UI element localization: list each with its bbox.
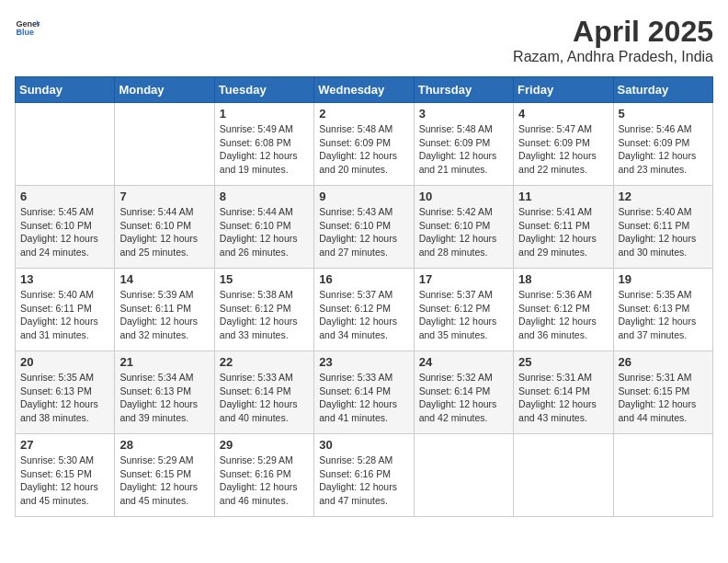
calendar-day-cell: 4Sunrise: 5:47 AMSunset: 6:09 PMDaylight… (514, 103, 613, 186)
day-number: 26 (619, 355, 708, 369)
day-info: Sunrise: 5:45 AMSunset: 6:10 PMDaylight:… (20, 205, 109, 259)
calendar-table: Sunday Monday Tuesday Wednesday Thursday… (15, 76, 713, 517)
calendar-day-cell: 3Sunrise: 5:48 AMSunset: 6:09 PMDaylight… (414, 103, 513, 186)
day-number: 29 (220, 438, 309, 452)
calendar-day-cell (514, 434, 613, 517)
day-number: 24 (419, 355, 508, 369)
day-number: 20 (20, 355, 109, 369)
calendar-day-cell: 17Sunrise: 5:37 AMSunset: 6:12 PMDayligh… (414, 269, 513, 351)
calendar-week-row: 1Sunrise: 5:49 AMSunset: 6:08 PMDaylight… (16, 103, 713, 186)
calendar-day-cell: 5Sunrise: 5:46 AMSunset: 6:09 PMDaylight… (613, 103, 712, 186)
day-info: Sunrise: 5:48 AMSunset: 6:09 PMDaylight:… (319, 122, 408, 177)
day-number: 1 (220, 107, 309, 121)
day-number: 9 (319, 190, 408, 203)
page-subtitle: Razam, Andhra Pradesh, India (513, 49, 713, 65)
calendar-day-cell: 11Sunrise: 5:41 AMSunset: 6:11 PMDayligh… (514, 186, 613, 269)
day-number: 23 (319, 355, 408, 369)
col-thursday: Thursday (414, 77, 513, 103)
calendar-day-cell: 30Sunrise: 5:28 AMSunset: 6:16 PMDayligh… (314, 434, 414, 517)
calendar-day-cell: 13Sunrise: 5:40 AMSunset: 6:11 PMDayligh… (16, 269, 115, 351)
calendar-day-cell: 28Sunrise: 5:29 AMSunset: 6:15 PMDayligh… (115, 434, 214, 517)
col-friday: Friday (514, 77, 613, 103)
day-number: 22 (220, 355, 309, 369)
calendar-day-cell: 26Sunrise: 5:31 AMSunset: 6:15 PMDayligh… (613, 351, 712, 434)
logo: General Blue (15, 15, 40, 40)
day-number: 2 (319, 107, 408, 121)
calendar-day-cell (414, 434, 513, 517)
day-info: Sunrise: 5:41 AMSunset: 6:11 PMDaylight:… (518, 205, 608, 259)
day-info: Sunrise: 5:48 AMSunset: 6:09 PMDaylight:… (419, 122, 508, 177)
calendar-header-row: Sunday Monday Tuesday Wednesday Thursday… (16, 77, 713, 103)
calendar-day-cell: 16Sunrise: 5:37 AMSunset: 6:12 PMDayligh… (314, 269, 414, 351)
day-number: 13 (20, 272, 109, 286)
day-info: Sunrise: 5:40 AMSunset: 6:11 PMDaylight:… (20, 288, 109, 342)
calendar-day-cell: 12Sunrise: 5:40 AMSunset: 6:11 PMDayligh… (613, 186, 712, 269)
calendar-day-cell: 19Sunrise: 5:35 AMSunset: 6:13 PMDayligh… (613, 269, 712, 351)
day-info: Sunrise: 5:49 AMSunset: 6:08 PMDaylight:… (220, 122, 309, 177)
col-sunday: Sunday (16, 77, 115, 103)
day-info: Sunrise: 5:29 AMSunset: 6:16 PMDaylight:… (220, 454, 309, 508)
day-info: Sunrise: 5:39 AMSunset: 6:11 PMDaylight:… (119, 288, 209, 342)
day-number: 4 (518, 107, 608, 121)
day-info: Sunrise: 5:34 AMSunset: 6:13 PMDaylight:… (119, 371, 209, 425)
day-info: Sunrise: 5:36 AMSunset: 6:12 PMDaylight:… (518, 288, 608, 342)
day-number: 18 (518, 272, 608, 286)
calendar-week-row: 20Sunrise: 5:35 AMSunset: 6:13 PMDayligh… (16, 351, 713, 434)
day-number: 5 (619, 107, 708, 121)
day-number: 19 (619, 272, 708, 286)
calendar-day-cell: 24Sunrise: 5:32 AMSunset: 6:14 PMDayligh… (414, 351, 513, 434)
calendar-day-cell: 21Sunrise: 5:34 AMSunset: 6:13 PMDayligh… (115, 351, 214, 434)
calendar-day-cell: 27Sunrise: 5:30 AMSunset: 6:15 PMDayligh… (16, 434, 115, 517)
calendar-day-cell (16, 103, 115, 186)
day-number: 17 (419, 272, 508, 286)
calendar-day-cell: 8Sunrise: 5:44 AMSunset: 6:10 PMDaylight… (214, 186, 313, 269)
day-number: 25 (518, 355, 608, 369)
day-number: 30 (319, 438, 408, 452)
calendar-day-cell: 10Sunrise: 5:42 AMSunset: 6:10 PMDayligh… (414, 186, 513, 269)
calendar-day-cell: 25Sunrise: 5:31 AMSunset: 6:14 PMDayligh… (514, 351, 613, 434)
calendar-day-cell: 1Sunrise: 5:49 AMSunset: 6:08 PMDaylight… (214, 103, 313, 186)
day-info: Sunrise: 5:47 AMSunset: 6:09 PMDaylight:… (518, 122, 608, 177)
day-number: 16 (319, 272, 408, 286)
col-tuesday: Tuesday (214, 77, 313, 103)
day-info: Sunrise: 5:33 AMSunset: 6:14 PMDaylight:… (319, 371, 408, 425)
day-number: 10 (419, 190, 508, 203)
day-info: Sunrise: 5:28 AMSunset: 6:16 PMDaylight:… (319, 454, 408, 508)
title-block: April 2025 Razam, Andhra Pradesh, India (513, 15, 713, 65)
calendar-day-cell: 29Sunrise: 5:29 AMSunset: 6:16 PMDayligh… (214, 434, 313, 517)
calendar-week-row: 6Sunrise: 5:45 AMSunset: 6:10 PMDaylight… (16, 186, 713, 269)
day-number: 11 (518, 190, 608, 203)
day-info: Sunrise: 5:40 AMSunset: 6:11 PMDaylight:… (619, 205, 708, 259)
day-info: Sunrise: 5:31 AMSunset: 6:14 PMDaylight:… (518, 371, 608, 425)
page-title: April 2025 (513, 15, 713, 49)
day-number: 21 (119, 355, 209, 369)
day-number: 7 (119, 190, 209, 203)
calendar-day-cell: 20Sunrise: 5:35 AMSunset: 6:13 PMDayligh… (16, 351, 115, 434)
day-info: Sunrise: 5:43 AMSunset: 6:10 PMDaylight:… (319, 205, 408, 259)
day-number: 14 (119, 272, 209, 286)
day-number: 12 (619, 190, 708, 203)
day-info: Sunrise: 5:44 AMSunset: 6:10 PMDaylight:… (220, 205, 309, 259)
calendar-day-cell: 2Sunrise: 5:48 AMSunset: 6:09 PMDaylight… (314, 103, 414, 186)
calendar-day-cell: 18Sunrise: 5:36 AMSunset: 6:12 PMDayligh… (514, 269, 613, 351)
calendar-week-row: 13Sunrise: 5:40 AMSunset: 6:11 PMDayligh… (16, 269, 713, 351)
page-header: General Blue April 2025 Razam, Andhra Pr… (15, 15, 713, 65)
day-number: 3 (419, 107, 508, 121)
day-info: Sunrise: 5:46 AMSunset: 6:09 PMDaylight:… (619, 122, 708, 177)
general-blue-logo-icon: General Blue (15, 15, 40, 40)
day-info: Sunrise: 5:29 AMSunset: 6:15 PMDaylight:… (119, 454, 209, 508)
svg-text:Blue: Blue (16, 28, 34, 37)
day-number: 27 (20, 438, 109, 452)
day-info: Sunrise: 5:35 AMSunset: 6:13 PMDaylight:… (20, 371, 109, 425)
calendar-day-cell (115, 103, 214, 186)
day-info: Sunrise: 5:42 AMSunset: 6:10 PMDaylight:… (419, 205, 508, 259)
day-info: Sunrise: 5:38 AMSunset: 6:12 PMDaylight:… (220, 288, 309, 342)
day-info: Sunrise: 5:37 AMSunset: 6:12 PMDaylight:… (319, 288, 408, 342)
calendar-day-cell (613, 434, 712, 517)
day-number: 6 (20, 190, 109, 203)
calendar-day-cell: 23Sunrise: 5:33 AMSunset: 6:14 PMDayligh… (314, 351, 414, 434)
calendar-day-cell: 9Sunrise: 5:43 AMSunset: 6:10 PMDaylight… (314, 186, 414, 269)
day-info: Sunrise: 5:31 AMSunset: 6:15 PMDaylight:… (619, 371, 708, 425)
calendar-day-cell: 7Sunrise: 5:44 AMSunset: 6:10 PMDaylight… (115, 186, 214, 269)
day-number: 28 (119, 438, 209, 452)
